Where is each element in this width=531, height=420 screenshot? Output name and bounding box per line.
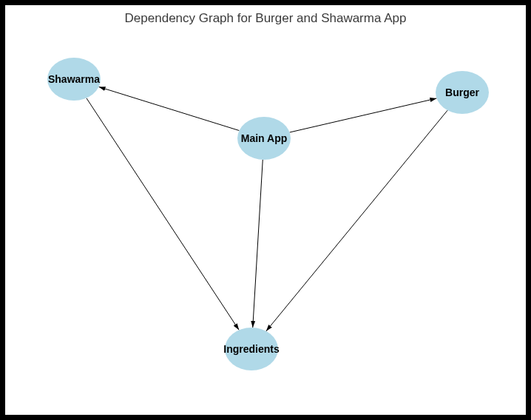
- edge-burger-ingredients: [266, 110, 447, 331]
- node-label-ingredients: Ingredients: [223, 343, 279, 355]
- edge-shawarma-ingredients: [87, 98, 239, 331]
- edge-main-shawarma: [99, 87, 240, 130]
- edge-main-burger: [290, 98, 437, 132]
- node-label-main: Main App: [241, 132, 287, 144]
- node-label-shawarma: Shawarma: [48, 73, 100, 85]
- diagram-title: Dependency Graph for Burger and Shawarma…: [5, 5, 526, 26]
- diagram-canvas: Dependency Graph for Burger and Shawarma…: [4, 4, 527, 416]
- edge-main-ingredients: [253, 160, 263, 328]
- node-label-burger: Burger: [445, 87, 479, 98]
